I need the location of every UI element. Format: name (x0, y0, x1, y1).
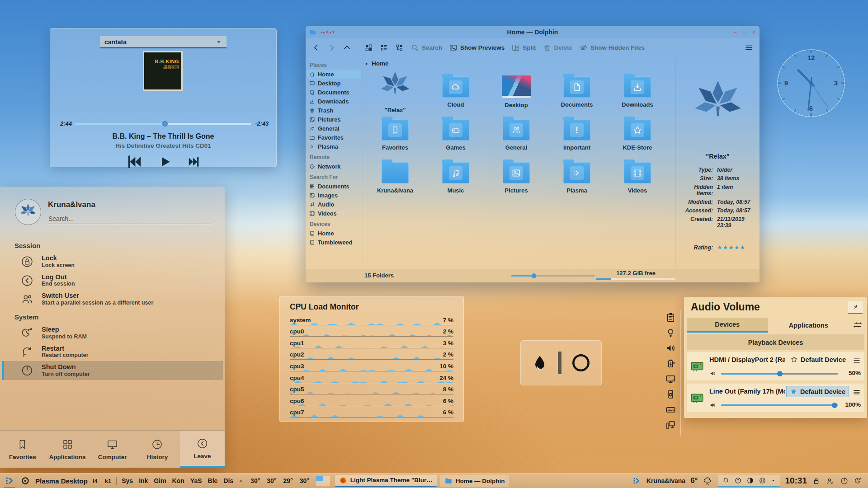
places-item[interactable]: Audio (307, 200, 361, 209)
folder-item[interactable]: Music (425, 156, 486, 199)
system-tray-icon[interactable] (734, 477, 742, 484)
show-desktop-icon[interactable] (20, 476, 30, 486)
folder-item[interactable]: Favorites (365, 113, 425, 156)
folder-item[interactable]: General (486, 113, 547, 156)
weather-cloud-icon[interactable] (703, 476, 713, 486)
task-button[interactable]: Home — Dolphin (440, 475, 509, 487)
places-item[interactable]: Pictures (307, 115, 361, 124)
toolbar-button[interactable]: Search (410, 43, 442, 52)
system-tray-icon[interactable] (722, 477, 730, 484)
tray-strip-icon[interactable] (665, 312, 676, 323)
folder-item[interactable]: Cloud (425, 70, 486, 113)
pin-button[interactable] (848, 301, 863, 314)
folder-item[interactable]: Important (547, 113, 607, 156)
places-item[interactable]: Home (307, 70, 361, 79)
default-device-button[interactable]: Default Device (787, 354, 849, 365)
system-tray-icon[interactable] (771, 478, 776, 483)
toolbar-button[interactable] (343, 43, 351, 52)
audio-tab[interactable]: Applications (768, 318, 849, 333)
app-shortcut[interactable]: Ink (139, 477, 148, 484)
default-device-button[interactable]: Default Device (786, 386, 849, 397)
weather-temperature[interactable]: 6° (690, 476, 698, 485)
app-shortcut[interactable]: Kon (172, 477, 184, 484)
device-menu-icon[interactable] (853, 388, 861, 396)
breadcrumb[interactable]: ▸ Home (363, 57, 675, 68)
audio-tab[interactable]: Devices (687, 318, 768, 333)
expander-caret-icon[interactable] (238, 478, 244, 483)
places-item[interactable]: Documents (307, 88, 361, 97)
launcher-tab[interactable]: Applications (45, 431, 90, 468)
launcher-item[interactable]: Shut Down Turn off computer (2, 361, 223, 380)
session-action-icon[interactable] (840, 477, 849, 485)
places-item[interactable]: Desktop (307, 79, 361, 88)
device-menu-icon[interactable] (853, 357, 861, 365)
tray-strip-icon[interactable] (665, 327, 676, 338)
places-item[interactable]: Tumbleweed (307, 238, 361, 247)
player-button[interactable] (158, 155, 172, 169)
folder-item[interactable]: Desktop (486, 70, 547, 113)
launcher-item[interactable]: Switch User Start a parallel session as … (2, 290, 223, 309)
folder-item[interactable]: Videos (607, 156, 668, 199)
player-button[interactable] (187, 155, 201, 169)
places-item[interactable]: Favorites (307, 133, 361, 142)
session-action-icon[interactable] (854, 477, 863, 485)
tray-strip-icon[interactable] (665, 419, 676, 431)
places-item[interactable]: Trash (307, 106, 361, 115)
folder-item[interactable]: Pictures (486, 156, 547, 199)
volume-slider[interactable] (721, 373, 838, 375)
droplet-icon[interactable] (531, 353, 549, 373)
toolbar-button[interactable] (380, 43, 388, 52)
app-shortcut[interactable]: Dis (223, 477, 233, 484)
application-launcher-icon[interactable] (4, 475, 15, 487)
folder-item[interactable]: Downloads (607, 70, 668, 113)
tray-strip-icon[interactable] (665, 343, 676, 354)
toolbar-button[interactable] (364, 43, 373, 52)
toolbar-button[interactable]: Split (511, 43, 536, 52)
temperature-value[interactable]: 29° (283, 477, 292, 484)
temperature-value[interactable]: 30° (300, 477, 309, 484)
pager-badge[interactable]: l4 (93, 478, 98, 484)
launcher-item[interactable]: Restart Restart computer (2, 343, 223, 361)
app-shortcut[interactable]: Sys (122, 477, 133, 484)
folder-item[interactable]: Documents (547, 70, 607, 113)
toolbar-button[interactable] (395, 43, 404, 52)
volume-handle[interactable] (832, 403, 837, 408)
places-item[interactable]: Images (307, 191, 361, 200)
toolbar-button[interactable]: Show Hidden Files (579, 43, 645, 52)
launcher-item[interactable]: Log Out End session (2, 271, 223, 290)
tray-strip-icon[interactable] (665, 389, 676, 400)
speaker-icon[interactable] (709, 370, 716, 377)
places-item[interactable]: Downloads (307, 97, 361, 106)
launcher-tab[interactable]: Favorites (0, 431, 45, 468)
places-item[interactable]: General (307, 124, 361, 133)
folder-item[interactable]: Kruna&Ivana (365, 156, 425, 199)
taskbar-user-name[interactable]: Kruna&Ivana (646, 477, 685, 484)
titlebar[interactable]: ●▲▼▲▼ Home — Dolphin –◻✕ (306, 26, 760, 38)
volume-slider[interactable] (721, 404, 838, 406)
circle-icon[interactable] (571, 352, 591, 373)
toolbar-button[interactable]: Show Previews (449, 43, 505, 52)
tray-strip-icon[interactable] (665, 404, 676, 415)
player-button[interactable] (126, 153, 143, 170)
places-item[interactable]: Network (307, 162, 361, 171)
toolbar-button[interactable] (745, 43, 753, 52)
places-item[interactable]: Home (307, 229, 361, 238)
window-control-button[interactable]: ✕ (752, 30, 756, 35)
places-item[interactable]: Documents (307, 182, 361, 191)
system-tray-icon[interactable] (759, 477, 766, 484)
app-shortcut[interactable]: Ble (208, 477, 218, 484)
folder-item[interactable]: Plasma (547, 156, 607, 199)
temperature-value[interactable]: 30° (250, 477, 260, 484)
toolbar-button[interactable] (312, 43, 321, 52)
launcher-tab[interactable]: Computer (90, 431, 135, 468)
pager-badge[interactable]: k1 (105, 478, 111, 484)
volume-handle[interactable] (777, 371, 783, 376)
launcher-item[interactable]: Sleep Suspend to RAM (2, 324, 223, 343)
launcher-tab[interactable]: Leave (180, 431, 225, 468)
toolbar-button[interactable]: Delete (543, 43, 573, 52)
zoom-slider[interactable] (511, 275, 595, 277)
tray-strip-icon[interactable] (665, 373, 676, 385)
tray-strip-icon[interactable] (665, 358, 676, 369)
clock-time[interactable]: 10:31 (785, 476, 807, 486)
sliders-icon[interactable] (853, 320, 863, 330)
